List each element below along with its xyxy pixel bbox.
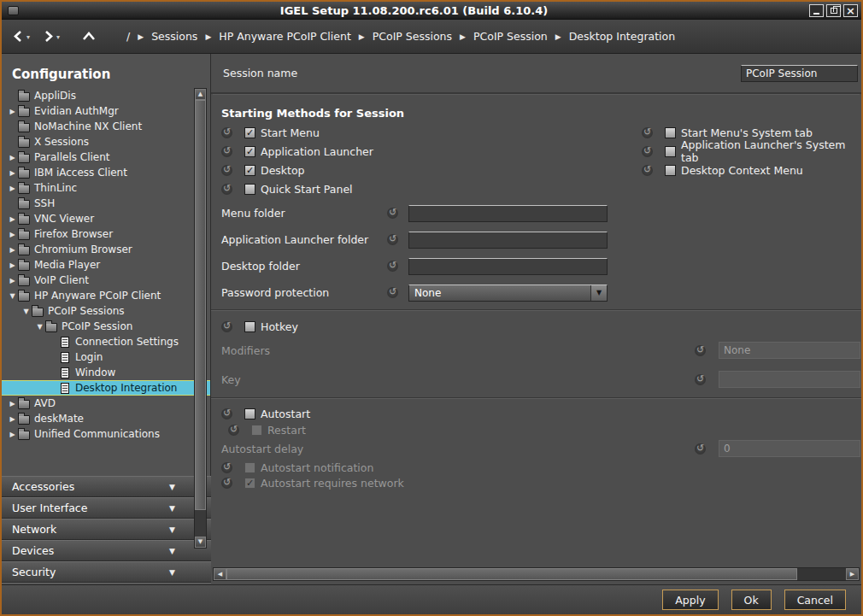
- close-button[interactable]: ×: [843, 4, 858, 17]
- up-button[interactable]: [82, 31, 96, 43]
- horizontal-scrollbar[interactable]: ◀ ▶: [213, 567, 860, 581]
- reset-icon[interactable]: ↺: [221, 184, 232, 195]
- accordion-section-devices[interactable]: Devices▼: [2, 540, 211, 561]
- minimize-button[interactable]: [809, 4, 824, 17]
- menu-folder-input[interactable]: [408, 205, 608, 222]
- reset-icon[interactable]: ↺: [695, 374, 706, 385]
- accordion-section-accessories[interactable]: Accessories▼: [2, 476, 211, 497]
- tree-item-parallels-client[interactable]: ▶Parallels Client: [2, 150, 210, 165]
- quick-start-panel-checkbox[interactable]: [244, 184, 255, 195]
- tree-item-pcoip-sessions[interactable]: ▼PCoIP Sessions: [2, 303, 210, 319]
- tree-item-x-sessions[interactable]: X Sessions: [2, 134, 210, 150]
- accordion-section-user-interface[interactable]: User Interface▼: [2, 497, 211, 519]
- hotkey-checkbox[interactable]: [244, 321, 255, 332]
- tree-item-desktop-integration[interactable]: Desktop Integration: [2, 380, 210, 396]
- scrollbar-thumb[interactable]: [195, 100, 206, 510]
- breadcrumb-item-pcoip-session[interactable]: PCoIP Session: [473, 30, 548, 43]
- desktop-context-menu-checkbox[interactable]: [665, 165, 676, 176]
- reset-icon[interactable]: ↺: [387, 234, 398, 245]
- chevron-right-icon[interactable]: ▶: [7, 154, 18, 161]
- start-menu-s-system-tab-checkbox[interactable]: [665, 127, 676, 138]
- application-launcher-folder-input[interactable]: [408, 232, 608, 249]
- tree-item-hp-anyware-pcoip-client[interactable]: ▼HP Anyware PCoIP Client: [2, 288, 210, 303]
- chevron-right-icon[interactable]: ▶: [7, 277, 18, 285]
- reset-icon[interactable]: ↺: [642, 165, 653, 176]
- forward-button[interactable]: ▾: [42, 30, 60, 43]
- chevron-right-icon[interactable]: ▶: [7, 169, 18, 177]
- chevron-down-icon[interactable]: ▼: [7, 292, 18, 300]
- breadcrumb-item-desktop-integration[interactable]: Desktop Integration: [569, 30, 675, 43]
- tree-item-thinlinc[interactable]: ▶ThinLinc: [2, 180, 210, 196]
- tree-item-applidis[interactable]: AppliDis: [2, 88, 210, 103]
- scroll-right-button[interactable]: ▶: [846, 568, 859, 580]
- chevron-right-icon[interactable]: ▶: [7, 231, 18, 238]
- chevron-right-icon[interactable]: ▶: [7, 400, 18, 408]
- desktop-checkbox[interactable]: ✓: [244, 165, 255, 176]
- tree-item-connection-settings[interactable]: Connection Settings: [2, 334, 210, 349]
- chevron-right-icon[interactable]: ▶: [7, 415, 18, 423]
- tree-item-media-player[interactable]: ▶Media Player: [2, 257, 210, 273]
- select-arrow-icon[interactable]: ▼: [590, 285, 607, 301]
- tree-item-firefox-browser[interactable]: ▶Firefox Browser: [2, 226, 210, 242]
- back-button[interactable]: ▾: [12, 30, 30, 43]
- reset-icon[interactable]: ↺: [221, 146, 232, 157]
- reset-icon[interactable]: ↺: [221, 408, 232, 419]
- reset-icon[interactable]: ↺: [387, 261, 398, 272]
- autostart-checkbox[interactable]: [244, 408, 255, 419]
- tree-item-ibm-iaccess-client[interactable]: ▶IBM iAccess Client: [2, 165, 210, 180]
- chevron-down-icon[interactable]: ▼: [34, 323, 45, 331]
- maximize-button[interactable]: [826, 4, 841, 17]
- accordion-section-security[interactable]: Security▼: [2, 561, 211, 583]
- scrollbar-track[interactable]: [797, 568, 846, 580]
- reset-icon[interactable]: ↺: [221, 478, 232, 489]
- chevron-right-icon[interactable]: ▶: [7, 185, 18, 192]
- tree-item-pcoip-session[interactable]: ▼PCoIP Session: [2, 319, 210, 334]
- session-name-input[interactable]: [741, 65, 858, 82]
- window-menu-icon[interactable]: [8, 6, 19, 15]
- chevron-right-icon[interactable]: ▶: [7, 215, 18, 223]
- chevron-down-icon[interactable]: ▼: [21, 308, 32, 315]
- cancel-button[interactable]: Cancel: [784, 590, 846, 610]
- reset-icon[interactable]: ↺: [695, 443, 706, 455]
- tree-item-vnc-viewer[interactable]: ▶VNC Viewer: [2, 211, 210, 226]
- tree-item-deskmate[interactable]: ▶deskMate: [2, 411, 210, 426]
- reset-icon[interactable]: ↺: [695, 345, 706, 356]
- tree-item-avd[interactable]: ▶AVD: [2, 396, 210, 411]
- apply-button[interactable]: Apply: [662, 590, 718, 610]
- chevron-right-icon[interactable]: ▶: [7, 246, 18, 254]
- breadcrumb-root[interactable]: /: [126, 30, 130, 43]
- chevron-right-icon[interactable]: ▶: [7, 108, 18, 115]
- ok-button[interactable]: Ok: [731, 590, 772, 610]
- reset-icon[interactable]: ↺: [228, 425, 239, 436]
- tree-item-chromium-browser[interactable]: ▶Chromium Browser: [2, 242, 210, 257]
- breadcrumb-item-sessions[interactable]: Sessions: [151, 30, 197, 43]
- application-launcher-checkbox[interactable]: ✓: [244, 146, 255, 157]
- chevron-right-icon[interactable]: ▶: [7, 261, 18, 269]
- scroll-up-button[interactable]: ▲: [195, 89, 206, 100]
- tree-item-nomachine-nx-client[interactable]: NoMachine NX Client: [2, 119, 210, 134]
- reset-icon[interactable]: ↺: [642, 146, 653, 157]
- accordion-section-network[interactable]: Network▼: [2, 519, 211, 540]
- back-history-caret-icon[interactable]: ▾: [26, 33, 30, 41]
- reset-icon[interactable]: ↺: [221, 165, 232, 176]
- tree-scrollbar[interactable]: ▲ ▼: [194, 88, 207, 549]
- reset-icon[interactable]: ↺: [387, 287, 398, 298]
- scrollbar-thumb[interactable]: [226, 568, 797, 580]
- tree-item-window[interactable]: Window: [2, 365, 210, 380]
- desktop-folder-input[interactable]: [408, 258, 608, 275]
- reset-icon[interactable]: ↺: [642, 127, 653, 138]
- tree-item-evidian-authmgr[interactable]: ▶Evidian AuthMgr: [2, 103, 210, 119]
- scroll-left-button[interactable]: ◀: [214, 568, 226, 580]
- reset-icon[interactable]: ↺: [221, 127, 232, 138]
- breadcrumb-item-hp-anyware-pcoip-client[interactable]: HP Anyware PCoIP Client: [219, 30, 351, 43]
- tree-item-unified-communications[interactable]: ▶Unified Communications: [2, 426, 210, 442]
- chevron-right-icon[interactable]: ▶: [7, 431, 18, 438]
- tree-item-ssh[interactable]: SSH: [2, 196, 210, 211]
- tree-item-voip-client[interactable]: ▶VoIP Client: [2, 273, 210, 288]
- reset-icon[interactable]: ↺: [221, 462, 232, 473]
- scroll-down-button[interactable]: ▼: [195, 537, 206, 548]
- password-protection-select[interactable]: None▼: [408, 285, 608, 302]
- forward-history-caret-icon[interactable]: ▾: [56, 33, 60, 41]
- tree-item-login[interactable]: Login: [2, 349, 210, 365]
- breadcrumb-item-pcoip-sessions[interactable]: PCoIP Sessions: [373, 30, 452, 43]
